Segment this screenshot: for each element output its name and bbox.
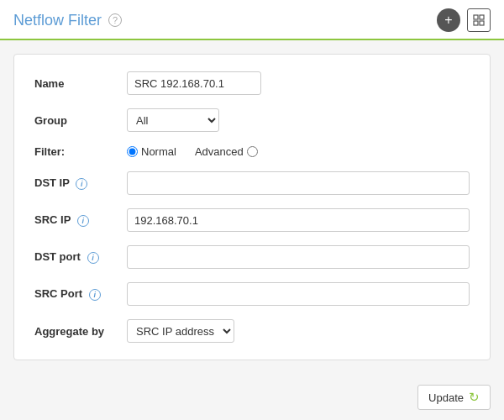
filter-label: Filter: xyxy=(34,145,127,158)
dst-ip-info-icon[interactable]: i xyxy=(76,178,87,190)
page-title: Netflow Filter xyxy=(13,12,102,29)
dst-ip-row: DST IP i xyxy=(34,171,470,195)
group-label: Group xyxy=(34,114,127,127)
src-port-info-icon[interactable]: i xyxy=(89,289,101,301)
src-ip-control xyxy=(127,208,470,232)
footer: Update ↻ xyxy=(0,378,504,420)
src-port-control xyxy=(127,282,470,306)
name-row: Name xyxy=(34,71,470,95)
filter-row: Filter: Normal Advanced xyxy=(34,145,470,158)
form-card: Name Group All Group 1 Group 2 Filt xyxy=(13,54,491,360)
aggregate-row: Aggregate by SRC IP address DST IP addre… xyxy=(34,319,470,343)
page: Netflow Filter ? + Name xyxy=(0,0,504,420)
name-control xyxy=(127,71,470,95)
svg-rect-1 xyxy=(480,15,484,19)
aggregate-label: Aggregate by xyxy=(34,325,127,338)
dst-port-control xyxy=(127,245,470,269)
src-ip-input[interactable] xyxy=(127,208,470,232)
group-control: All Group 1 Group 2 xyxy=(127,108,470,132)
aggregate-select[interactable]: SRC IP address DST IP address SRC Port D… xyxy=(127,319,234,343)
add-button[interactable]: + xyxy=(437,8,460,32)
dst-ip-label: DST IP i xyxy=(34,176,127,190)
table-view-button[interactable] xyxy=(467,8,491,32)
svg-rect-0 xyxy=(474,15,478,19)
dst-port-row: DST port i xyxy=(34,245,470,269)
svg-rect-3 xyxy=(480,21,484,25)
filter-control: Normal Advanced xyxy=(127,145,470,158)
filter-advanced-option[interactable]: Advanced xyxy=(195,145,258,158)
dst-port-info-icon[interactable]: i xyxy=(87,252,99,264)
src-port-label: SRC Port i xyxy=(34,287,127,301)
src-port-input[interactable] xyxy=(127,282,470,306)
main-content: Name Group All Group 1 Group 2 Filt xyxy=(0,40,504,378)
filter-options: Normal Advanced xyxy=(127,145,470,158)
header-left: Netflow Filter ? xyxy=(13,12,122,29)
src-ip-info-icon[interactable]: i xyxy=(77,215,89,227)
filter-normal-option[interactable]: Normal xyxy=(127,145,176,158)
src-ip-label: SRC IP i xyxy=(34,213,127,227)
dst-ip-control xyxy=(127,171,470,195)
update-label: Update xyxy=(428,391,464,404)
aggregate-control: SRC IP address DST IP address SRC Port D… xyxy=(127,319,470,343)
group-row: Group All Group 1 Group 2 xyxy=(34,108,470,132)
dst-ip-input[interactable] xyxy=(127,171,470,195)
name-label: Name xyxy=(34,77,127,90)
filter-advanced-radio[interactable] xyxy=(247,146,258,157)
header-right: + xyxy=(437,8,491,32)
src-ip-row: SRC IP i xyxy=(34,208,470,232)
filter-normal-label: Normal xyxy=(141,145,176,158)
dst-port-label: DST port i xyxy=(34,250,127,264)
src-port-row: SRC Port i xyxy=(34,282,470,306)
update-button[interactable]: Update ↻ xyxy=(417,385,491,410)
name-input[interactable] xyxy=(127,71,261,95)
refresh-icon: ↻ xyxy=(469,390,480,405)
filter-normal-radio[interactable] xyxy=(127,146,138,157)
svg-rect-2 xyxy=(474,21,478,25)
group-select[interactable]: All Group 1 Group 2 xyxy=(127,108,219,132)
dst-port-input[interactable] xyxy=(127,245,470,269)
help-icon[interactable]: ? xyxy=(108,13,122,27)
filter-advanced-label: Advanced xyxy=(195,145,244,158)
header: Netflow Filter ? + xyxy=(0,0,504,40)
